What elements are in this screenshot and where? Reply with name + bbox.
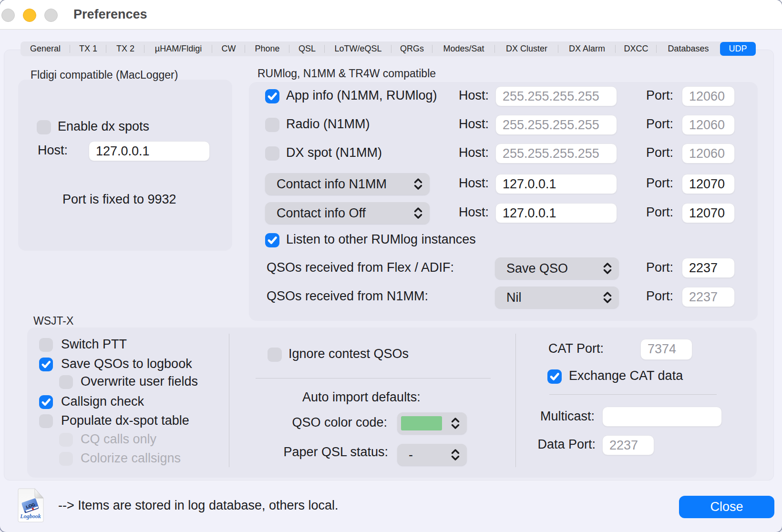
svg-text:Logbook: Logbook: [20, 513, 41, 520]
